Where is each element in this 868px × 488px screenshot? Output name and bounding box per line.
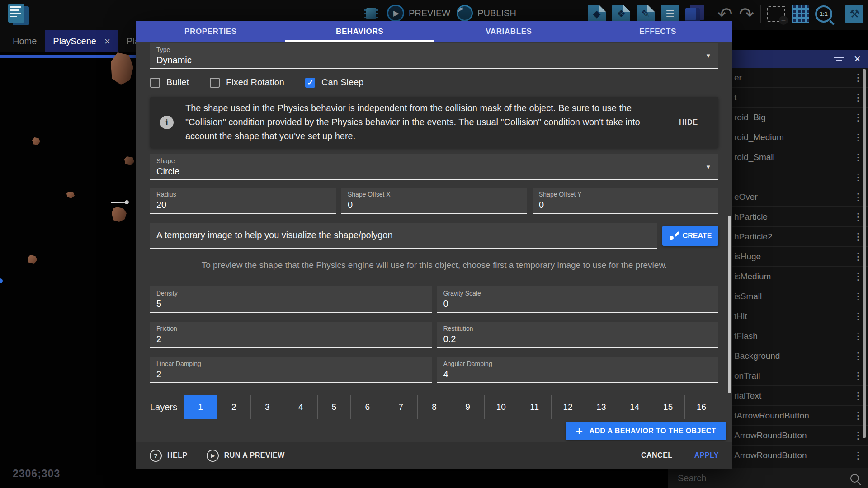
checkbox-box[interactable] (305, 78, 315, 88)
project-manager-icon[interactable] (7, 4, 30, 26)
zoom-original-icon[interactable]: 1:1 (815, 5, 832, 23)
number-field[interactable]: Restitution 0.2 (437, 322, 719, 348)
checkbox-box[interactable] (150, 78, 160, 88)
play-icon: ▶ (207, 450, 219, 462)
checkbox-label: Bullet (166, 77, 189, 88)
layer-cell[interactable]: 14 (618, 395, 651, 419)
field-label: Restitution (443, 325, 712, 332)
preview-button[interactable]: ▶ PREVIEW (387, 5, 450, 22)
objects-search-input[interactable] (677, 473, 846, 484)
number-field[interactable]: Angular Damping 4 (437, 357, 719, 383)
help-button[interactable]: ? HELP (150, 450, 188, 462)
checkbox-box[interactable] (210, 78, 220, 88)
dialog-scrollbar[interactable] (728, 216, 731, 393)
debug-icon[interactable] (364, 5, 378, 21)
number-field[interactable]: Radius 20 (150, 188, 336, 214)
create-button[interactable]: CREATE (662, 226, 718, 246)
checkbox[interactable]: Fixed Rotation (210, 77, 284, 88)
layer-cell[interactable]: 11 (518, 395, 552, 419)
layer-cell[interactable]: 12 (552, 395, 585, 419)
asteroid-sprite[interactable] (28, 255, 37, 264)
add-behavior-button[interactable]: + ADD A BEHAVIOR TO THE OBJECT (566, 422, 726, 440)
hide-button[interactable]: HIDE (676, 115, 701, 130)
dialog-tab[interactable]: VARIABLES (434, 21, 584, 42)
scene-settings-icon[interactable]: ⚒ (845, 5, 863, 23)
layer-cell[interactable]: 9 (451, 395, 485, 419)
layer-cell[interactable]: 5 (318, 395, 351, 419)
field-value: 5 (156, 299, 425, 309)
layer-cell[interactable]: 10 (485, 395, 518, 419)
asteroid-sprite[interactable] (124, 156, 134, 165)
layers-row: Layers 1 2 3 (150, 395, 718, 419)
layer-cell[interactable]: 16 (685, 395, 718, 419)
deselect-mask-icon[interactable] (767, 6, 785, 22)
object-menu-icon[interactable]: ⋮ (848, 450, 868, 461)
field-label: Gravity Scale (443, 290, 712, 297)
checkbox[interactable]: Can Sleep (305, 77, 363, 88)
play-icon: ▶ (387, 5, 404, 22)
layer-cell[interactable]: 1 (184, 395, 217, 419)
asteroid-sprite[interactable] (66, 192, 75, 198)
close-tab-icon[interactable]: × (104, 36, 110, 47)
asteroid-sprite[interactable] (32, 137, 40, 145)
layer-cell[interactable]: 6 (351, 395, 384, 419)
filter-icon[interactable] (834, 57, 844, 61)
layer-cell[interactable]: 7 (384, 395, 418, 419)
close-panel-icon[interactable]: × (854, 53, 861, 65)
number-field[interactable]: Shape Offset X 0 (341, 188, 527, 214)
info-box: i The shape used in the Physics behavior… (150, 97, 718, 148)
field-label: Shape Offset X (348, 191, 521, 198)
number-field[interactable]: Friction 2 (150, 322, 432, 348)
add-behavior-row: + ADD A BEHAVIOR TO THE OBJECT (150, 422, 726, 440)
redo-icon[interactable]: ↷ (739, 5, 755, 23)
layer-cell[interactable]: 15 (651, 395, 685, 419)
layer-cells: 1 2 3 4 (184, 395, 718, 419)
run-preview-button[interactable]: ▶ RUN A PREVIEW (207, 450, 285, 462)
layer-cell[interactable]: 8 (418, 395, 451, 419)
publish-label: PUBLISH (477, 8, 516, 19)
field-label: Linear Damping (156, 360, 425, 367)
field-value: 2 (156, 369, 425, 380)
temp-image-field[interactable]: A temporary image to help you visualize … (150, 223, 657, 249)
layer-cell[interactable]: 4 (284, 395, 318, 419)
number-field[interactable]: Shape Offset Y 0 (533, 188, 718, 214)
instance-marker-dot[interactable] (125, 200, 129, 204)
dialog-tab[interactable]: PROPERTIES (136, 21, 285, 42)
number-field[interactable]: Density 5 (150, 286, 432, 313)
layer-cell[interactable]: 3 (251, 395, 284, 419)
plus-icon: + (576, 425, 583, 437)
objects-list-scrollbar[interactable] (863, 69, 866, 438)
asteroid-sprite[interactable] (112, 207, 127, 222)
shape-select[interactable]: Shape Circle ▼ (150, 154, 718, 180)
grid-icon[interactable] (792, 5, 809, 23)
field-value: 0 (443, 299, 712, 309)
dialog-tab[interactable]: EFFECTS (583, 21, 732, 42)
field-value: 0 (348, 200, 521, 210)
gdevelop-editor: ▶ PREVIEW PUBLISH ◆ ❖ ✎ ☰ ↶ ↷ 1:1 ⚒ (0, 0, 868, 488)
field-value: 0 (539, 200, 712, 210)
shape-label: Shape (156, 157, 712, 164)
dialog-tabbar: PROPERTIES BEHAVIORS VARIABLES EFFECTS (136, 21, 732, 42)
editor-tab[interactable]: PlayScene × (45, 30, 118, 52)
layer-cell[interactable]: 13 (585, 395, 618, 419)
apply-button[interactable]: APPLY (694, 451, 719, 460)
editor-tab[interactable]: Home (5, 30, 45, 52)
number-field[interactable]: Linear Damping 2 (150, 357, 432, 383)
checkbox-label: Fixed Rotation (226, 77, 284, 88)
canvas-edge-handle[interactable] (0, 278, 3, 283)
cancel-button[interactable]: CANCEL (641, 451, 673, 460)
dialog-tab[interactable]: BEHAVIORS (285, 21, 434, 42)
dialog-footer: ? HELP ▶ RUN A PREVIEW CANCEL APPLY (136, 442, 732, 469)
field-value: 4 (443, 369, 712, 380)
publish-button[interactable]: PUBLISH (457, 5, 516, 21)
number-field[interactable]: Gravity Scale 0 (437, 286, 719, 313)
project-manager-icon-front (8, 4, 24, 23)
checkbox[interactable]: Bullet (150, 77, 189, 88)
layer-cell[interactable]: 2 (217, 395, 251, 419)
toolbar-divider (760, 5, 761, 23)
preview-helper-text: To preview the shape that the Physics en… (150, 260, 718, 270)
field-label: Shape Offset Y (539, 191, 712, 198)
field-label: Angular Damping (443, 360, 712, 367)
type-select[interactable]: Type Dynamic ▼ (150, 43, 718, 69)
toolbar-divider (839, 5, 839, 23)
